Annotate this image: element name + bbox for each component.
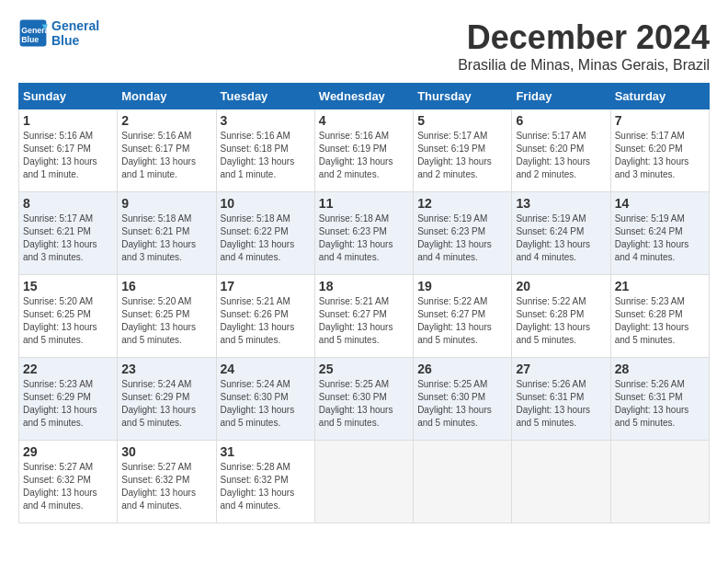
day-info: Sunrise: 5:22 AM Sunset: 6:27 PM Dayligh… bbox=[417, 295, 507, 347]
day-info: Sunrise: 5:26 AM Sunset: 6:31 PM Dayligh… bbox=[615, 378, 705, 430]
day-cell: 14Sunrise: 5:19 AM Sunset: 6:24 PM Dayli… bbox=[610, 192, 709, 275]
day-cell: 22Sunrise: 5:23 AM Sunset: 6:29 PM Dayli… bbox=[19, 358, 118, 441]
day-cell: 9Sunrise: 5:18 AM Sunset: 6:21 PM Daylig… bbox=[118, 192, 216, 275]
day-number: 11 bbox=[319, 196, 409, 211]
day-number: 5 bbox=[417, 113, 507, 128]
day-number: 13 bbox=[516, 196, 606, 211]
day-cell: 30Sunrise: 5:27 AM Sunset: 6:32 PM Dayli… bbox=[118, 441, 216, 523]
day-info: Sunrise: 5:16 AM Sunset: 6:17 PM Dayligh… bbox=[121, 130, 211, 181]
day-info: Sunrise: 5:22 AM Sunset: 6:28 PM Dayligh… bbox=[516, 295, 606, 347]
day-cell: 23Sunrise: 5:24 AM Sunset: 6:29 PM Dayli… bbox=[118, 358, 216, 441]
day-cell: 17Sunrise: 5:21 AM Sunset: 6:26 PM Dayli… bbox=[216, 275, 314, 358]
header-monday: Monday bbox=[118, 84, 216, 109]
day-cell: 2Sunrise: 5:16 AM Sunset: 6:17 PM Daylig… bbox=[118, 109, 216, 192]
day-info: Sunrise: 5:21 AM Sunset: 6:26 PM Dayligh… bbox=[221, 295, 311, 347]
header-friday: Friday bbox=[512, 84, 610, 109]
day-info: Sunrise: 5:21 AM Sunset: 6:27 PM Dayligh… bbox=[319, 295, 409, 347]
day-number: 18 bbox=[319, 279, 409, 293]
day-info: Sunrise: 5:25 AM Sunset: 6:30 PM Dayligh… bbox=[417, 378, 507, 430]
day-cell: 15Sunrise: 5:20 AM Sunset: 6:25 PM Dayli… bbox=[19, 275, 118, 358]
day-cell bbox=[512, 441, 610, 523]
day-number: 19 bbox=[417, 279, 507, 293]
day-info: Sunrise: 5:17 AM Sunset: 6:21 PM Dayligh… bbox=[23, 213, 113, 264]
day-info: Sunrise: 5:27 AM Sunset: 6:32 PM Dayligh… bbox=[121, 461, 211, 512]
day-number: 9 bbox=[121, 196, 211, 211]
day-info: Sunrise: 5:25 AM Sunset: 6:30 PM Dayligh… bbox=[319, 378, 409, 430]
week-row-3: 15Sunrise: 5:20 AM Sunset: 6:25 PM Dayli… bbox=[19, 275, 710, 358]
logo-icon: General Blue bbox=[18, 18, 48, 48]
day-cell: 24Sunrise: 5:24 AM Sunset: 6:30 PM Dayli… bbox=[216, 358, 314, 441]
day-number: 22 bbox=[23, 362, 113, 376]
day-cell: 26Sunrise: 5:25 AM Sunset: 6:30 PM Dayli… bbox=[414, 358, 512, 441]
day-info: Sunrise: 5:23 AM Sunset: 6:29 PM Dayligh… bbox=[23, 378, 113, 430]
day-cell: 27Sunrise: 5:26 AM Sunset: 6:31 PM Dayli… bbox=[512, 358, 610, 441]
calendar-table: Sunday Monday Tuesday Wednesday Thursday… bbox=[18, 83, 710, 523]
day-number: 15 bbox=[23, 279, 113, 293]
day-number: 6 bbox=[516, 113, 606, 128]
day-number: 28 bbox=[615, 362, 705, 376]
day-cell: 5Sunrise: 5:17 AM Sunset: 6:19 PM Daylig… bbox=[414, 109, 512, 192]
day-cell: 4Sunrise: 5:16 AM Sunset: 6:19 PM Daylig… bbox=[314, 109, 413, 192]
week-row-4: 22Sunrise: 5:23 AM Sunset: 6:29 PM Dayli… bbox=[19, 358, 710, 441]
day-cell: 16Sunrise: 5:20 AM Sunset: 6:25 PM Dayli… bbox=[118, 275, 216, 358]
day-info: Sunrise: 5:24 AM Sunset: 6:30 PM Dayligh… bbox=[221, 378, 311, 430]
day-cell: 3Sunrise: 5:16 AM Sunset: 6:18 PM Daylig… bbox=[216, 109, 314, 192]
header-row: Sunday Monday Tuesday Wednesday Thursday… bbox=[19, 84, 710, 109]
day-number: 25 bbox=[319, 362, 409, 376]
header-saturday: Saturday bbox=[610, 84, 709, 109]
day-info: Sunrise: 5:19 AM Sunset: 6:24 PM Dayligh… bbox=[615, 213, 705, 264]
header-tuesday: Tuesday bbox=[216, 84, 314, 109]
day-info: Sunrise: 5:16 AM Sunset: 6:18 PM Dayligh… bbox=[221, 130, 311, 181]
day-number: 2 bbox=[121, 113, 211, 128]
day-info: Sunrise: 5:23 AM Sunset: 6:28 PM Dayligh… bbox=[615, 295, 705, 347]
svg-text:Blue: Blue bbox=[21, 35, 39, 44]
day-cell: 11Sunrise: 5:18 AM Sunset: 6:23 PM Dayli… bbox=[314, 192, 413, 275]
day-number: 29 bbox=[23, 444, 113, 459]
day-info: Sunrise: 5:17 AM Sunset: 6:20 PM Dayligh… bbox=[516, 130, 606, 181]
day-number: 3 bbox=[221, 113, 311, 128]
day-cell: 21Sunrise: 5:23 AM Sunset: 6:28 PM Dayli… bbox=[610, 275, 709, 358]
day-number: 17 bbox=[221, 279, 311, 293]
header-sunday: Sunday bbox=[19, 84, 118, 109]
page-header: General Blue General Blue December 2024 … bbox=[18, 18, 710, 74]
day-info: Sunrise: 5:20 AM Sunset: 6:25 PM Dayligh… bbox=[121, 295, 211, 347]
day-number: 4 bbox=[319, 113, 409, 128]
day-info: Sunrise: 5:19 AM Sunset: 6:23 PM Dayligh… bbox=[417, 213, 507, 264]
day-number: 10 bbox=[221, 196, 311, 211]
week-row-2: 8Sunrise: 5:17 AM Sunset: 6:21 PM Daylig… bbox=[19, 192, 710, 275]
day-info: Sunrise: 5:17 AM Sunset: 6:19 PM Dayligh… bbox=[417, 130, 507, 181]
day-cell: 8Sunrise: 5:17 AM Sunset: 6:21 PM Daylig… bbox=[19, 192, 118, 275]
day-number: 21 bbox=[615, 279, 705, 293]
day-number: 24 bbox=[221, 362, 311, 376]
logo-text: General bbox=[51, 18, 99, 33]
week-row-5: 29Sunrise: 5:27 AM Sunset: 6:32 PM Dayli… bbox=[19, 441, 710, 523]
day-number: 12 bbox=[417, 196, 507, 211]
header-wednesday: Wednesday bbox=[314, 84, 413, 109]
day-number: 30 bbox=[121, 444, 211, 459]
logo-subtext: Blue bbox=[51, 33, 99, 48]
day-cell: 20Sunrise: 5:22 AM Sunset: 6:28 PM Dayli… bbox=[512, 275, 610, 358]
day-cell: 7Sunrise: 5:17 AM Sunset: 6:20 PM Daylig… bbox=[610, 109, 709, 192]
day-info: Sunrise: 5:18 AM Sunset: 6:21 PM Dayligh… bbox=[121, 213, 211, 264]
day-info: Sunrise: 5:24 AM Sunset: 6:29 PM Dayligh… bbox=[121, 378, 211, 430]
day-info: Sunrise: 5:18 AM Sunset: 6:23 PM Dayligh… bbox=[319, 213, 409, 264]
day-cell bbox=[314, 441, 413, 523]
day-number: 7 bbox=[615, 113, 705, 128]
title-area: December 2024 Brasilia de Minas, Minas G… bbox=[458, 18, 710, 74]
day-cell: 6Sunrise: 5:17 AM Sunset: 6:20 PM Daylig… bbox=[512, 109, 610, 192]
day-info: Sunrise: 5:20 AM Sunset: 6:25 PM Dayligh… bbox=[23, 295, 113, 347]
day-number: 26 bbox=[417, 362, 507, 376]
day-cell bbox=[414, 441, 512, 523]
day-number: 14 bbox=[615, 196, 705, 211]
day-number: 27 bbox=[516, 362, 606, 376]
day-cell: 10Sunrise: 5:18 AM Sunset: 6:22 PM Dayli… bbox=[216, 192, 314, 275]
location: Brasilia de Minas, Minas Gerais, Brazil bbox=[458, 57, 710, 74]
month-title: December 2024 bbox=[458, 18, 710, 57]
day-cell bbox=[610, 441, 709, 523]
day-info: Sunrise: 5:28 AM Sunset: 6:32 PM Dayligh… bbox=[221, 461, 311, 512]
day-cell: 19Sunrise: 5:22 AM Sunset: 6:27 PM Dayli… bbox=[414, 275, 512, 358]
week-row-1: 1Sunrise: 5:16 AM Sunset: 6:17 PM Daylig… bbox=[19, 109, 710, 192]
day-cell: 28Sunrise: 5:26 AM Sunset: 6:31 PM Dayli… bbox=[610, 358, 709, 441]
day-cell: 18Sunrise: 5:21 AM Sunset: 6:27 PM Dayli… bbox=[314, 275, 413, 358]
day-cell: 29Sunrise: 5:27 AM Sunset: 6:32 PM Dayli… bbox=[19, 441, 118, 523]
